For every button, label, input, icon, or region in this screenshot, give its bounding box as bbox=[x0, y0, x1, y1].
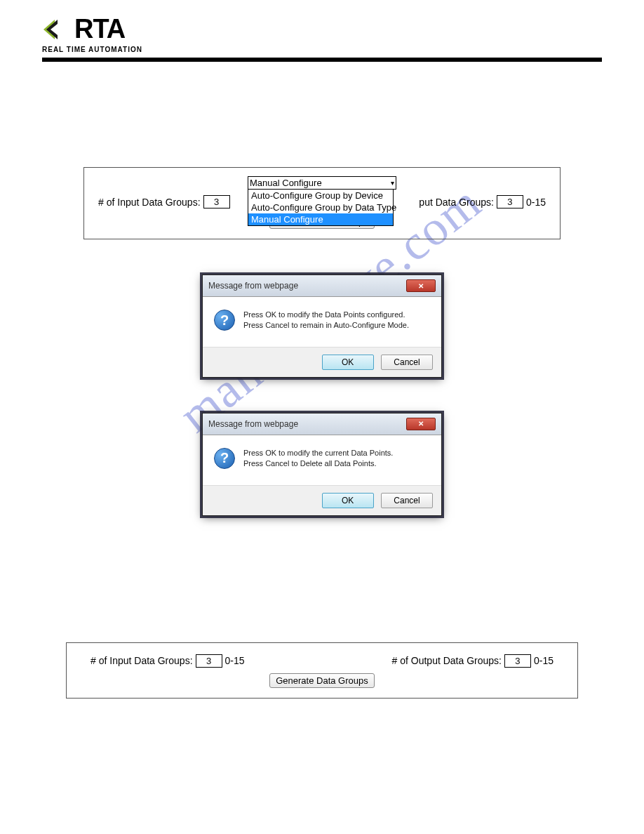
dialog2-message: Press OK to modify the current Data Poin… bbox=[243, 448, 393, 470]
dropdown-options-list: Auto-Configure Group by Device Auto-Conf… bbox=[248, 189, 394, 226]
output-range-label: 0-15 bbox=[526, 197, 546, 208]
dialog1-line2: Press Cancel to remain in Auto-Configure… bbox=[243, 320, 409, 331]
question-icon: ? bbox=[214, 310, 235, 331]
dialog1-ok-button[interactable]: OK bbox=[322, 355, 374, 370]
dialog1-message: Press OK to modify the Data Points confi… bbox=[243, 310, 409, 331]
dialog2-ok-button[interactable]: OK bbox=[322, 493, 374, 508]
dialog2-cancel-button[interactable]: Cancel bbox=[381, 493, 433, 508]
input-range-label-2: 0-15 bbox=[225, 655, 245, 666]
dropdown-option-auto-type[interactable]: Auto-Configure Group by Data Type bbox=[248, 201, 393, 213]
dialog-modify-warning: Message from webpage ✕ ? Press OK to mod… bbox=[202, 274, 442, 378]
close-icon[interactable]: ✕ bbox=[406, 279, 436, 292]
output-range-label-2: 0-15 bbox=[534, 655, 554, 666]
dialog1-title: Message from webpage bbox=[208, 281, 298, 291]
question-icon: ? bbox=[214, 448, 235, 469]
dropdown-option-manual[interactable]: Manual Configure bbox=[248, 213, 393, 225]
logo-area: RTA REAL TIME AUTOMATION bbox=[42, 14, 602, 53]
output-groups-label-2: # of Output Data Groups: bbox=[392, 655, 502, 666]
dialog2-title: Message from webpage bbox=[208, 419, 298, 429]
input-groups-field[interactable] bbox=[203, 195, 230, 208]
dialog2-line2: Press Cancel to Delete all Data Points. bbox=[243, 458, 393, 469]
config-mode-dropdown[interactable]: Manual Configure ▾ bbox=[248, 176, 396, 190]
dialog-delete-warning: Message from webpage ✕ ? Press OK to mod… bbox=[202, 413, 442, 516]
config-panel-bottom: # of Input Data Groups: 0-15 # of Output… bbox=[66, 642, 578, 699]
output-groups-label-partial: put Data Groups: bbox=[419, 197, 494, 208]
dialog1-line1: Press OK to modify the Data Points confi… bbox=[243, 310, 409, 320]
logo-brand: RTA bbox=[74, 14, 125, 44]
input-groups-label-2: # of Input Data Groups: bbox=[90, 655, 193, 666]
chevron-down-icon: ▾ bbox=[391, 179, 394, 187]
dropdown-selected-label: Manual Configure bbox=[250, 178, 322, 188]
input-groups-label: # of Input Data Groups: bbox=[98, 197, 201, 208]
logo-tagline: REAL TIME AUTOMATION bbox=[42, 46, 602, 53]
rta-arrow-icon bbox=[42, 15, 72, 44]
generate-data-groups-button-2[interactable]: Generate Data Groups bbox=[269, 673, 375, 688]
dialog1-cancel-button[interactable]: Cancel bbox=[381, 355, 433, 370]
dropdown-option-auto-device[interactable]: Auto-Configure Group by Device bbox=[248, 190, 393, 201]
input-groups-field-2[interactable] bbox=[196, 654, 222, 668]
output-groups-field-2[interactable] bbox=[504, 654, 531, 668]
close-icon[interactable]: ✕ bbox=[406, 418, 436, 430]
dialog2-line1: Press OK to modify the current Data Poin… bbox=[243, 448, 393, 458]
config-panel-top: Manual Configure ▾ Auto-Configure Group … bbox=[83, 167, 561, 239]
output-groups-field[interactable] bbox=[497, 195, 523, 208]
header-rule bbox=[42, 58, 602, 62]
